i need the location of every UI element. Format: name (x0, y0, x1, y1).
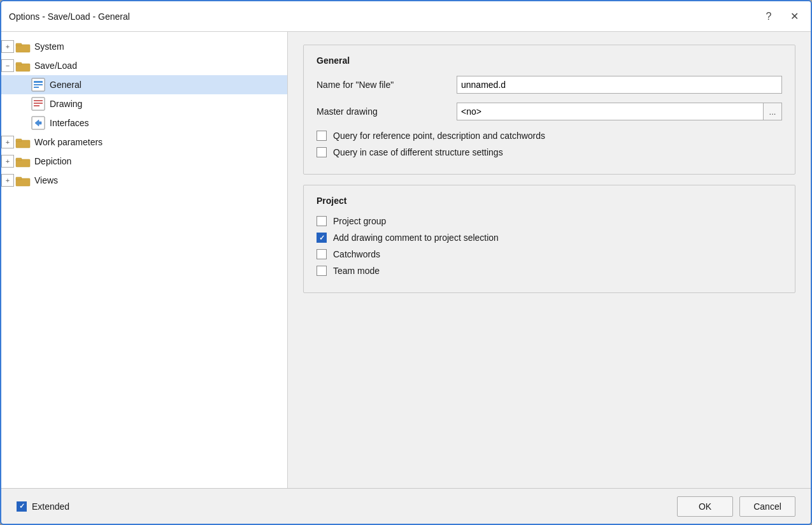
browse-button[interactable]: ... (763, 103, 782, 120)
extended-checkbox[interactable] (17, 501, 27, 512)
tree-panel: + System − Save/Load (1, 32, 288, 488)
name-input[interactable] (457, 76, 782, 94)
folder-icon-workparams (15, 136, 31, 148)
interfaces-icon (31, 117, 46, 129)
general-section: General Name for "New file" Master drawi… (303, 45, 795, 175)
catchwords-row: Catchwords (317, 249, 782, 259)
add-drawing-checkbox[interactable] (317, 233, 327, 243)
close-button[interactable]: ✕ (785, 8, 803, 25)
dialog-body: + System − Save/Load (1, 32, 811, 488)
checkbox-1[interactable] (317, 131, 327, 141)
bottom-bar: Extended OK Cancel (1, 488, 811, 524)
folder-icon-saveload (15, 59, 31, 72)
ok-button[interactable]: OK (677, 496, 733, 517)
tree-item-general[interactable]: General (1, 75, 287, 94)
title-bar: Options - Save/Load - General ? ✕ (1, 1, 811, 32)
extended-label: Extended (32, 501, 69, 512)
svg-rect-5 (34, 81, 43, 83)
svg-rect-7 (34, 87, 39, 88)
expand-depiction[interactable]: + (1, 155, 14, 168)
tree-label-views: Views (34, 175, 58, 185)
dialog-title: Options - Save/Load - General (9, 11, 130, 22)
expand-system[interactable]: + (1, 40, 14, 53)
tree-label-system: System (34, 41, 64, 52)
dialog-window: Options - Save/Load - General ? ✕ + Syst… (0, 0, 812, 525)
svg-rect-8 (32, 97, 45, 110)
cancel-button[interactable]: Cancel (739, 496, 795, 517)
catchwords-checkbox[interactable] (317, 249, 327, 259)
checkbox-row-2: Query in case of different structure set… (317, 147, 782, 157)
add-drawing-row: Add drawing comment to project selection (317, 233, 782, 243)
checkbox-2[interactable] (317, 147, 327, 157)
general-icon (31, 78, 46, 91)
project-section: Project Project group Add drawing commen… (303, 185, 795, 293)
tree-item-views[interactable]: + Views (1, 171, 287, 190)
project-section-title: Project (317, 196, 782, 206)
tree-item-drawing[interactable]: Drawing (1, 94, 287, 113)
tree-item-system[interactable]: + System (1, 37, 287, 56)
svg-rect-19 (16, 177, 22, 180)
checkbox-label-2: Query in case of different structure set… (333, 147, 503, 157)
name-row: Name for "New file" (317, 76, 782, 94)
bottom-right: OK Cancel (677, 496, 795, 517)
svg-rect-1 (16, 43, 22, 46)
master-drawing-input[interactable] (457, 103, 763, 120)
svg-rect-6 (34, 84, 43, 85)
name-label: Name for "New file" (317, 80, 457, 90)
master-drawing-label: Master drawing (317, 106, 457, 117)
tree-item-saveload[interactable]: − Save/Load (1, 56, 287, 75)
team-mode-checkbox[interactable] (317, 266, 327, 276)
master-drawing-row: Master drawing ... (317, 103, 782, 120)
svg-rect-15 (16, 139, 22, 141)
drawing-icon (31, 97, 46, 110)
tree-label-workparams: Work parameters (34, 137, 103, 147)
bottom-left: Extended (17, 501, 69, 512)
tree-item-depiction[interactable]: + Depiction (1, 152, 287, 171)
expand-saveload[interactable]: − (1, 59, 14, 72)
expand-views[interactable]: + (1, 174, 14, 187)
team-mode-row: Team mode (317, 266, 782, 276)
help-button[interactable]: ? (760, 8, 778, 25)
expand-workparams[interactable]: + (1, 136, 14, 148)
project-group-label: Project group (333, 216, 386, 226)
svg-rect-17 (16, 158, 22, 161)
add-drawing-label: Add drawing comment to project selection (333, 233, 499, 243)
catchwords-label: Catchwords (333, 249, 380, 259)
team-mode-label: Team mode (333, 266, 380, 276)
project-group-row: Project group (317, 216, 782, 226)
folder-icon-depiction (15, 155, 31, 168)
tree-item-interfaces[interactable]: Interfaces (1, 113, 287, 133)
checkbox-label-1: Query for reference point, description a… (333, 131, 545, 141)
tree-label-drawing: Drawing (50, 99, 82, 109)
folder-icon-system (15, 40, 31, 53)
tree-label-saveload: Save/Load (34, 61, 77, 71)
svg-rect-3 (16, 62, 22, 65)
project-group-checkbox[interactable] (317, 216, 327, 226)
title-bar-controls: ? ✕ (760, 8, 803, 25)
tree-item-workparams[interactable]: + Work parameters (1, 133, 287, 152)
checkbox-row-1: Query for reference point, description a… (317, 131, 782, 141)
folder-icon-views (15, 174, 31, 187)
tree-label-general: General (50, 80, 82, 90)
general-section-title: General (317, 55, 782, 66)
content-panel: General Name for "New file" Master drawi… (288, 32, 811, 488)
master-drawing-input-group: ... (457, 103, 782, 120)
tree-label-interfaces: Interfaces (50, 118, 89, 128)
tree-label-depiction: Depiction (34, 156, 71, 166)
